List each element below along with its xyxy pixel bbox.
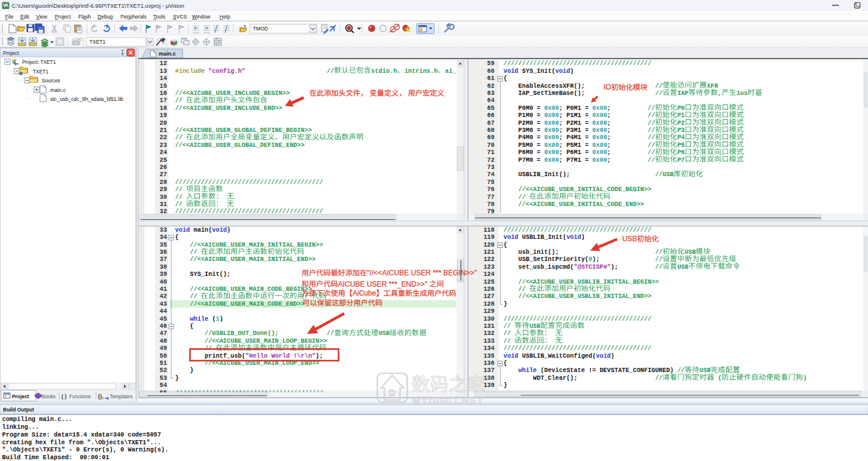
svg-text:AiCube: AiCube xyxy=(353,289,376,297)
svg-text:119: 119 xyxy=(483,233,495,241)
svg-text://<<AICUBE_USER_MAIN_INITIAL_E: //<<AICUBE_USER_MAIN_INITIAL_END>> xyxy=(190,256,316,263)
svg-text:USB: USB xyxy=(685,248,696,256)
svg-text:; P7M1 =: ; P7M1 = xyxy=(559,156,592,164)
svg-text:USB: USB xyxy=(379,330,390,337)
svg-text:61: 61 xyxy=(487,75,495,82)
svg-text://: // xyxy=(190,293,201,300)
svg-text:0x00: 0x00 xyxy=(592,149,607,156)
svg-text:45: 45 xyxy=(160,315,167,322)
svg-text:49: 49 xyxy=(160,345,167,352)
svg-text://<<AICUBE_USER_MAIN_LOOP_BEGI: //<<AICUBE_USER_MAIN_LOOP_BEGIN>> xyxy=(205,337,327,345)
svg-text:65: 65 xyxy=(487,105,495,112)
svg-text:);: ); xyxy=(316,352,323,359)
svg-text:70: 70 xyxy=(487,142,495,149)
svg-text:intrins.h: intrins.h xyxy=(404,67,438,75)
svg-text:P1M0 =: P1M0 = xyxy=(503,112,544,119)
svg-text:#include: #include xyxy=(175,67,205,75)
svg-text:( ): ( ) xyxy=(61,394,67,399)
svg-text://////////////////////////////: //////////////////////////////////////// xyxy=(503,226,651,233)
svg-text:Edit: Edit xyxy=(20,14,29,20)
svg-text://: // xyxy=(648,149,655,156)
svg-text:void: void xyxy=(212,226,227,233)
svg-text:136: 136 xyxy=(483,359,495,367)
svg-text:123: 123 xyxy=(483,263,495,271)
svg-text:17: 17 xyxy=(160,97,167,104)
svg-text:52: 52 xyxy=(160,367,167,374)
svg-text:{: { xyxy=(175,322,194,330)
svg-text:{: { xyxy=(503,359,507,367)
svg-text:File: File xyxy=(5,14,14,20)
svg-text:}: } xyxy=(503,300,507,308)
svg-text:0x00: 0x00 xyxy=(592,119,607,127)
svg-text:;: ; xyxy=(607,119,648,127)
svg-text:46: 46 xyxy=(160,322,167,330)
svg-text:0x00: 0x00 xyxy=(544,127,559,134)
svg-text://: // xyxy=(648,142,655,149)
svg-text:linking...: linking... xyxy=(2,423,39,431)
svg-text://<<AICUBE_USER_GLOBAL_DEFINE_: //<<AICUBE_USER_GLOBAL_DEFINE_END>> xyxy=(175,142,305,149)
svg-text:}: } xyxy=(175,374,179,382)
svg-text:Peripherals: Peripherals xyxy=(121,14,146,20)
svg-text:{: { xyxy=(175,233,179,241)
svg-text://: // xyxy=(648,105,655,112)
svg-text:Window: Window xyxy=(192,14,211,20)
svg-text:;: ; xyxy=(607,105,648,112)
svg-text:23: 23 xyxy=(160,142,167,149)
svg-text:138: 138 xyxy=(483,374,495,382)
svg-text:LOAD: LOAD xyxy=(72,37,83,41)
svg-text:69: 69 xyxy=(487,134,495,141)
svg-text:; P3M1 =: ; P3M1 = xyxy=(559,127,592,134)
svg-text:P5M0 =: P5M0 = xyxy=(503,142,544,149)
svg-text:{: { xyxy=(503,241,507,248)
svg-text:main(: main( xyxy=(190,226,212,233)
svg-text:; P2M1 =: ; P2M1 = xyxy=(559,119,592,127)
svg-text:Project: Project xyxy=(12,394,29,399)
svg-text:68: 68 xyxy=(487,127,495,134)
svg-text:AICUBE USER ***_END>>”: AICUBE USER ***_END>>” xyxy=(338,280,430,288)
svg-text:{: { xyxy=(503,75,507,82)
svg-text:; P5M1 =: ; P5M1 = xyxy=(559,142,592,149)
svg-text:130: 130 xyxy=(483,315,495,322)
svg-text:31: 31 xyxy=(160,201,167,208)
svg-text:71: 71 xyxy=(487,149,495,156)
svg-text:133: 133 xyxy=(483,337,495,345)
svg-text:P6: P6 xyxy=(677,149,684,156)
svg-text://: // xyxy=(648,119,655,127)
svg-text:P3: P3 xyxy=(677,127,684,134)
svg-text://<<AICUBE_USER_USBLIB_INITIAL: //<<AICUBE_USER_USBLIB_INITIAL_BEGIN>> xyxy=(518,278,659,285)
svg-text:28: 28 xyxy=(160,179,167,186)
svg-text://<<AICUBE_USER_USBLIB_INITIAL: //<<AICUBE_USER_USBLIB_INITIAL_END>> xyxy=(518,293,651,300)
svg-text:126: 126 xyxy=(483,285,495,293)
svg-text://////////////////////////////: //////////////////////////////////////// xyxy=(503,60,651,67)
svg-text:"@STCISP#": "@STCISP#" xyxy=(574,263,611,271)
svg-text:1us: 1us xyxy=(737,90,748,97)
svg-text:void: void xyxy=(503,352,518,359)
svg-text:66: 66 xyxy=(487,112,495,119)
svg-text:stc_usb_cdc_8h_xdata_bl51.lib: stc_usb_cdc_8h_xdata_bl51.lib xyxy=(50,96,123,102)
svg-text:0x00: 0x00 xyxy=(592,142,607,149)
svg-text:63: 63 xyxy=(487,90,495,97)
svg-text:(: ( xyxy=(714,374,721,382)
svg-text:}: } xyxy=(503,382,507,389)
svg-text://: // xyxy=(518,193,530,201)
svg-text:;: ; xyxy=(607,156,648,164)
svg-text:118: 118 xyxy=(483,226,495,233)
svg-text:0x00: 0x00 xyxy=(592,105,607,112)
svg-text:62: 62 xyxy=(487,82,495,90)
svg-text:132: 132 xyxy=(483,330,495,337)
svg-text://<<AICUBE_USER_INCLUDE_BEGIN>: //<<AICUBE_USER_INCLUDE_BEGIN>> xyxy=(175,90,290,97)
svg-text:74: 74 xyxy=(487,171,495,178)
svg-text:IO: IO xyxy=(604,83,611,91)
svg-text:USBLIB_Init();: USBLIB_Init(); xyxy=(503,171,655,178)
svg-text:void: void xyxy=(503,233,518,241)
svg-text:usb_init();: usb_init(); xyxy=(503,248,655,256)
svg-text:124: 124 xyxy=(483,271,495,278)
svg-text:USB_SetIntPriority(: USB_SetIntPriority( xyxy=(503,256,589,263)
svg-text:IAP_SetTimeBase();: IAP_SetTimeBase(); xyxy=(503,90,655,97)
svg-text:void: void xyxy=(555,67,570,75)
svg-text:; P1M1 =: ; P1M1 = xyxy=(559,112,592,119)
svg-text:125: 125 xyxy=(483,278,495,285)
svg-text:SYS_Init();: SYS_Init(); xyxy=(175,271,231,278)
svg-text:26: 26 xyxy=(160,164,167,171)
svg-text:121: 121 xyxy=(483,248,495,256)
